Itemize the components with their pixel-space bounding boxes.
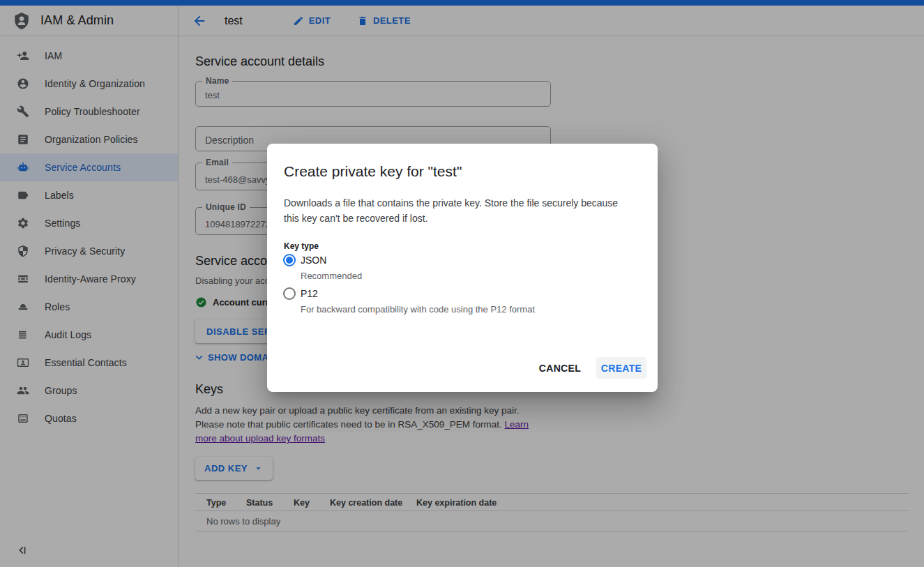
app-root: IAM & Admin IAM Identity & Organization … xyxy=(0,0,924,567)
p12-option-label[interactable]: P12 xyxy=(301,288,318,299)
dialog-body-text: Downloads a file that contains the priva… xyxy=(284,195,634,226)
p12-radio-button[interactable] xyxy=(283,287,296,300)
create-button[interactable]: CREATE xyxy=(596,357,646,379)
cancel-button[interactable]: CANCEL xyxy=(539,357,581,379)
json-radio-button[interactable] xyxy=(283,254,296,266)
json-option-label[interactable]: JSON xyxy=(301,255,326,266)
json-option-description: Recommended xyxy=(301,271,362,281)
p12-option-description: For backward compatibility with code usi… xyxy=(301,304,535,315)
key-type-label: Key type xyxy=(284,241,319,251)
dialog-title: Create private key for "test" xyxy=(284,163,462,180)
create-private-key-dialog: Create private key for "test" Downloads … xyxy=(267,144,658,392)
